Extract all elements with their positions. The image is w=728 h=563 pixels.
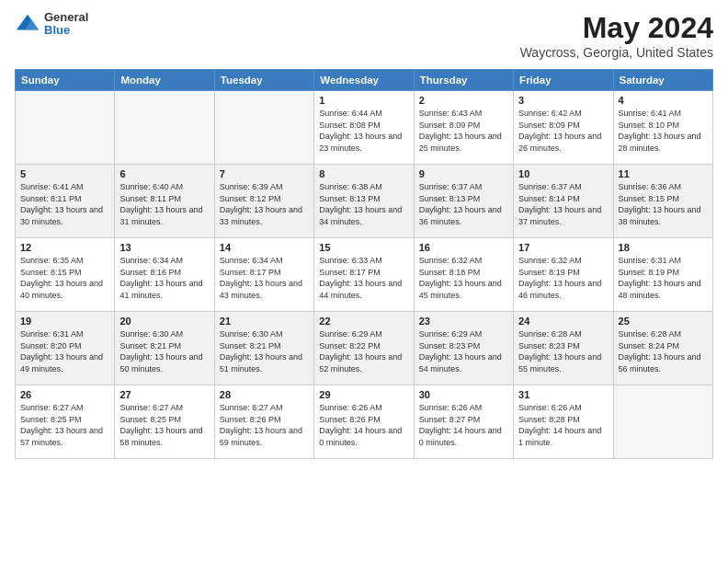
day-number: 8	[319, 168, 408, 179]
day-number: 24	[518, 316, 608, 327]
day-number: 23	[419, 316, 508, 327]
day-number: 29	[319, 389, 408, 400]
day-number: 25	[619, 316, 708, 327]
calendar-cell: 29Sunrise: 6:26 AM Sunset: 8:26 PM Dayli…	[314, 385, 414, 459]
calendar-week-3: 12Sunrise: 6:35 AM Sunset: 8:15 PM Dayli…	[16, 238, 713, 312]
day-info: Sunrise: 6:29 AM Sunset: 8:22 PM Dayligh…	[319, 328, 408, 374]
th-saturday: Saturday	[613, 70, 712, 91]
day-info: Sunrise: 6:32 AM Sunset: 8:19 PM Dayligh…	[518, 255, 608, 301]
day-info: Sunrise: 6:42 AM Sunset: 8:09 PM Dayligh…	[518, 108, 608, 154]
day-number: 30	[419, 389, 508, 400]
calendar-cell	[214, 91, 313, 165]
day-number: 7	[220, 168, 309, 179]
day-info: Sunrise: 6:39 AM Sunset: 8:12 PM Dayligh…	[220, 181, 309, 227]
day-number: 1	[319, 95, 408, 106]
day-number: 26	[20, 389, 109, 400]
calendar-cell	[613, 385, 712, 459]
calendar-cell: 2Sunrise: 6:43 AM Sunset: 8:09 PM Daylig…	[414, 91, 513, 165]
calendar-cell: 23Sunrise: 6:29 AM Sunset: 8:23 PM Dayli…	[414, 312, 513, 385]
calendar-cell: 9Sunrise: 6:37 AM Sunset: 8:13 PM Daylig…	[414, 165, 513, 238]
calendar-cell: 1Sunrise: 6:44 AM Sunset: 8:08 PM Daylig…	[314, 91, 414, 165]
day-number: 6	[119, 168, 209, 179]
day-number: 13	[119, 242, 209, 253]
calendar-cell	[16, 91, 115, 165]
day-info: Sunrise: 6:44 AM Sunset: 8:08 PM Dayligh…	[319, 108, 408, 154]
day-info: Sunrise: 6:27 AM Sunset: 8:25 PM Dayligh…	[119, 402, 209, 448]
calendar-cell: 14Sunrise: 6:34 AM Sunset: 8:17 PM Dayli…	[214, 238, 313, 312]
page: General Blue May 2024 Waycross, Georgia,…	[0, 0, 728, 563]
calendar-cell: 16Sunrise: 6:32 AM Sunset: 8:18 PM Dayli…	[414, 238, 513, 312]
day-info: Sunrise: 6:30 AM Sunset: 8:21 PM Dayligh…	[220, 328, 309, 374]
calendar-cell: 7Sunrise: 6:39 AM Sunset: 8:12 PM Daylig…	[214, 165, 313, 238]
day-number: 22	[319, 316, 408, 327]
calendar-cell: 19Sunrise: 6:31 AM Sunset: 8:20 PM Dayli…	[16, 312, 115, 385]
day-number: 12	[20, 242, 109, 253]
day-info: Sunrise: 6:37 AM Sunset: 8:14 PM Dayligh…	[518, 181, 608, 227]
calendar-cell: 6Sunrise: 6:40 AM Sunset: 8:11 PM Daylig…	[115, 165, 214, 238]
logo-text: General Blue	[44, 11, 88, 38]
day-info: Sunrise: 6:31 AM Sunset: 8:19 PM Dayligh…	[619, 255, 708, 301]
day-number: 2	[419, 95, 508, 106]
day-number: 3	[518, 95, 608, 106]
day-info: Sunrise: 6:32 AM Sunset: 8:18 PM Dayligh…	[419, 255, 508, 301]
day-number: 14	[220, 242, 309, 253]
day-number: 15	[319, 242, 408, 253]
calendar-cell: 26Sunrise: 6:27 AM Sunset: 8:25 PM Dayli…	[16, 385, 115, 459]
day-info: Sunrise: 6:35 AM Sunset: 8:15 PM Dayligh…	[20, 255, 109, 301]
day-info: Sunrise: 6:40 AM Sunset: 8:11 PM Dayligh…	[119, 181, 209, 227]
title-block: May 2024 Waycross, Georgia, United State…	[520, 11, 713, 60]
calendar-cell: 8Sunrise: 6:38 AM Sunset: 8:13 PM Daylig…	[314, 165, 414, 238]
calendar-cell: 18Sunrise: 6:31 AM Sunset: 8:19 PM Dayli…	[613, 238, 712, 312]
calendar-cell: 22Sunrise: 6:29 AM Sunset: 8:22 PM Dayli…	[314, 312, 414, 385]
main-title: May 2024	[520, 11, 713, 45]
th-sunday: Sunday	[16, 70, 115, 91]
day-info: Sunrise: 6:26 AM Sunset: 8:26 PM Dayligh…	[319, 402, 408, 448]
calendar-cell: 17Sunrise: 6:32 AM Sunset: 8:19 PM Dayli…	[514, 238, 613, 312]
calendar-week-2: 5Sunrise: 6:41 AM Sunset: 8:11 PM Daylig…	[16, 165, 713, 238]
calendar-week-5: 26Sunrise: 6:27 AM Sunset: 8:25 PM Dayli…	[16, 385, 713, 459]
day-number: 18	[619, 242, 708, 253]
day-info: Sunrise: 6:28 AM Sunset: 8:23 PM Dayligh…	[518, 328, 608, 374]
day-number: 28	[220, 389, 309, 400]
day-info: Sunrise: 6:38 AM Sunset: 8:13 PM Dayligh…	[319, 181, 408, 227]
day-number: 17	[518, 242, 608, 253]
day-info: Sunrise: 6:41 AM Sunset: 8:11 PM Dayligh…	[20, 181, 109, 227]
day-number: 21	[220, 316, 309, 327]
calendar-cell: 30Sunrise: 6:26 AM Sunset: 8:27 PM Dayli…	[414, 385, 513, 459]
day-number: 10	[518, 168, 608, 179]
calendar-cell: 15Sunrise: 6:33 AM Sunset: 8:17 PM Dayli…	[314, 238, 414, 312]
subtitle: Waycross, Georgia, United States	[520, 45, 713, 60]
calendar-cell: 10Sunrise: 6:37 AM Sunset: 8:14 PM Dayli…	[514, 165, 613, 238]
day-number: 31	[518, 389, 608, 400]
calendar-cell: 24Sunrise: 6:28 AM Sunset: 8:23 PM Dayli…	[514, 312, 613, 385]
calendar-cell: 28Sunrise: 6:27 AM Sunset: 8:26 PM Dayli…	[214, 385, 313, 459]
th-thursday: Thursday	[414, 70, 513, 91]
logo-blue-label: Blue	[44, 24, 88, 37]
calendar: Sunday Monday Tuesday Wednesday Thursday…	[15, 69, 713, 459]
logo: General Blue	[15, 11, 88, 38]
day-number: 27	[119, 389, 209, 400]
day-info: Sunrise: 6:26 AM Sunset: 8:27 PM Dayligh…	[419, 402, 508, 448]
th-tuesday: Tuesday	[214, 70, 313, 91]
calendar-cell: 27Sunrise: 6:27 AM Sunset: 8:25 PM Dayli…	[115, 385, 214, 459]
calendar-cell: 25Sunrise: 6:28 AM Sunset: 8:24 PM Dayli…	[613, 312, 712, 385]
day-info: Sunrise: 6:30 AM Sunset: 8:21 PM Dayligh…	[119, 328, 209, 374]
day-info: Sunrise: 6:33 AM Sunset: 8:17 PM Dayligh…	[319, 255, 408, 301]
header-row: Sunday Monday Tuesday Wednesday Thursday…	[16, 70, 713, 91]
calendar-cell: 3Sunrise: 6:42 AM Sunset: 8:09 PM Daylig…	[514, 91, 613, 165]
day-number: 4	[619, 95, 708, 106]
day-number: 5	[20, 168, 109, 179]
day-info: Sunrise: 6:41 AM Sunset: 8:10 PM Dayligh…	[619, 108, 708, 154]
day-info: Sunrise: 6:37 AM Sunset: 8:13 PM Dayligh…	[419, 181, 508, 227]
day-info: Sunrise: 6:27 AM Sunset: 8:25 PM Dayligh…	[20, 402, 109, 448]
calendar-cell: 4Sunrise: 6:41 AM Sunset: 8:10 PM Daylig…	[613, 91, 712, 165]
day-info: Sunrise: 6:27 AM Sunset: 8:26 PM Dayligh…	[220, 402, 309, 448]
day-info: Sunrise: 6:43 AM Sunset: 8:09 PM Dayligh…	[419, 108, 508, 154]
day-info: Sunrise: 6:28 AM Sunset: 8:24 PM Dayligh…	[619, 328, 708, 374]
th-friday: Friday	[514, 70, 613, 91]
logo-icon	[15, 11, 40, 37]
day-number: 9	[419, 168, 508, 179]
th-wednesday: Wednesday	[314, 70, 414, 91]
calendar-week-1: 1Sunrise: 6:44 AM Sunset: 8:08 PM Daylig…	[16, 91, 713, 165]
calendar-cell: 20Sunrise: 6:30 AM Sunset: 8:21 PM Dayli…	[115, 312, 214, 385]
